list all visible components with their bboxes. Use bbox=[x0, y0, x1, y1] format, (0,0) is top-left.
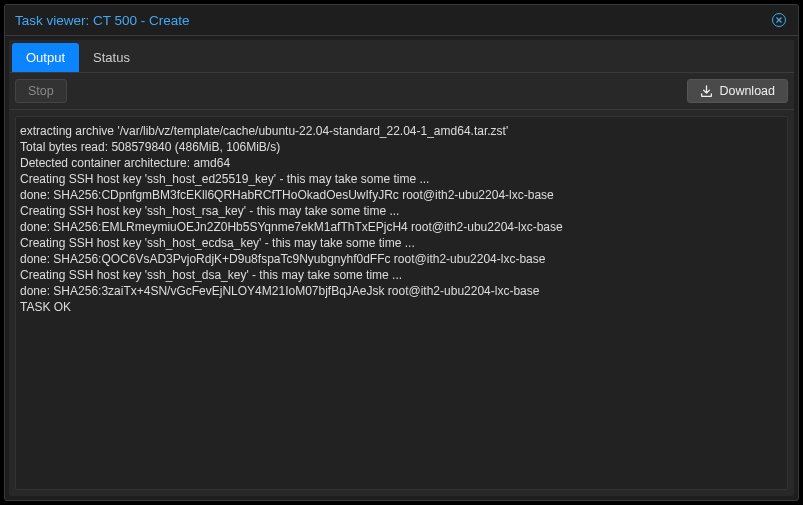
close-button[interactable] bbox=[770, 11, 788, 29]
dialog-header: Task viewer: CT 500 - Create bbox=[5, 5, 798, 36]
tab-label: Status bbox=[93, 50, 130, 65]
log-line: Total bytes read: 508579840 (486MiB, 106… bbox=[18, 139, 785, 155]
log-line: done: SHA256:CDpnfgmBM3fcEKll6QRHabRCfTH… bbox=[18, 187, 785, 203]
dialog-title: Task viewer: CT 500 - Create bbox=[15, 13, 190, 28]
close-icon bbox=[771, 12, 787, 28]
download-button[interactable]: Download bbox=[687, 79, 788, 103]
download-icon bbox=[700, 85, 713, 98]
log-line: done: SHA256:3zaiTx+4SN/vGcFevEjNLOY4M21… bbox=[18, 283, 785, 299]
stop-button[interactable]: Stop bbox=[15, 79, 67, 103]
tab-bar: Output Status bbox=[9, 40, 794, 72]
dialog-body: Output Status Stop Download extracting a… bbox=[9, 40, 794, 496]
toolbar: Stop Download bbox=[9, 72, 794, 110]
log-line: TASK OK bbox=[18, 299, 785, 315]
log-line: Creating SSH host key 'ssh_host_dsa_key'… bbox=[18, 267, 785, 283]
download-button-label: Download bbox=[719, 84, 775, 98]
tab-status[interactable]: Status bbox=[79, 43, 144, 72]
log-line: Creating SSH host key 'ssh_host_rsa_key'… bbox=[18, 203, 785, 219]
stop-button-label: Stop bbox=[28, 84, 54, 98]
log-line: done: SHA256:QOC6VsAD3PvjoRdjK+D9u8fspaT… bbox=[18, 251, 785, 267]
log-line: Creating SSH host key 'ssh_host_ecdsa_ke… bbox=[18, 235, 785, 251]
tab-output[interactable]: Output bbox=[12, 43, 79, 72]
log-line: extracting archive '/var/lib/vz/template… bbox=[18, 123, 785, 139]
task-viewer-dialog: Task viewer: CT 500 - Create Output Stat… bbox=[4, 4, 799, 501]
log-line: done: SHA256:EMLRmeymiuOEJn2Z0Hb5SYqnme7… bbox=[18, 219, 785, 235]
tab-label: Output bbox=[26, 50, 65, 65]
log-line: Creating SSH host key 'ssh_host_ed25519_… bbox=[18, 171, 785, 187]
log-output[interactable]: extracting archive '/var/lib/vz/template… bbox=[15, 116, 788, 490]
log-line: Detected container architecture: amd64 bbox=[18, 155, 785, 171]
